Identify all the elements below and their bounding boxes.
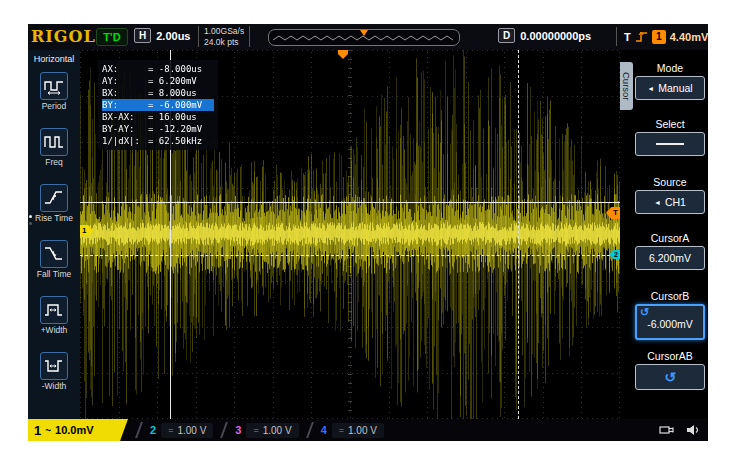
page-dot-inactive [29,222,32,225]
ac-coupling-icon: ~ [45,425,51,436]
readout-row: BX-AX:= 16.00us [102,111,214,123]
mode-button[interactable]: ◄ Manual [635,76,705,100]
channel-4-scale: 1.00 V [348,425,377,436]
measure-label: Period [28,102,80,111]
rotate-knob-icon: ↺ [664,369,676,385]
measure-label: +Width [28,326,80,335]
footer-icons [659,424,708,436]
rigol-logo: RIGOL [31,27,96,46]
top-status-bar: RIGOL T'D H 2.00us 1.00GSa/s 24.0k pts D… [28,24,708,50]
minus-width-icon [40,352,68,380]
cursor-b-label: CursorB [634,290,706,302]
trigger-status-badge: T'D [96,28,128,46]
speaker-icon[interactable] [686,424,700,436]
measure-item-period[interactable]: Period [28,72,80,111]
readout-row: BY-AY:= -12.20mV [102,123,214,135]
cursor-a-label: CursorA [634,232,706,244]
usb-icon [659,424,677,436]
measure-label: Freq [28,158,80,167]
select-button[interactable] [635,132,705,156]
select-label: Select [634,118,706,130]
cursor-ab-button[interactable]: ↺ [635,364,705,390]
cursor-b-horizontal-line[interactable] [80,255,620,256]
memory-depth: 24.0k pts [204,37,244,48]
rise-time-icon [40,184,68,212]
measure-item-pos-width[interactable]: +Width [28,296,80,335]
cursor-menu-tab: Cursor [620,62,633,110]
d-key: D [498,28,515,43]
source-button[interactable]: ◄ CH1 [635,190,705,214]
channel-4-number: 4 [321,424,327,436]
measure-item-fall-time[interactable]: Fall Time [28,240,80,279]
freq-icon [40,128,68,156]
delay-value: 0.00000000ps [520,30,591,42]
channel-3-scale-box: = 1.00 V [246,423,298,438]
cursor-a-value: 6.200mV [649,252,691,264]
period-icon [40,72,68,100]
left-panel-title: Horizontal [28,50,80,64]
measure-label: Fall Time [28,270,80,279]
channel-divider [306,422,314,438]
channel-divider [135,422,143,438]
rotate-knob-icon: ↺ [637,306,649,318]
dc-coupling-icon: = [253,425,258,435]
memory-trigger-marker-icon [360,30,368,36]
horizontal-scale-value: 2.00us [156,30,190,42]
trigger-level-value: 4.40mV [670,31,709,43]
channel-2-scale: 1.00 V [177,425,206,436]
cursor-a-horizontal-line[interactable] [80,202,620,203]
channel-3-status[interactable]: 3 = 1.00 V [235,423,298,438]
sample-rate: 1.00GSa/s [204,26,244,37]
page-dot-active [29,215,32,218]
arrow-left-icon: ◄ [654,199,661,206]
readout-row-selected: BY:= -6.000mV [102,99,214,111]
panel-page-dots [29,215,32,225]
horizontal-scale-group[interactable]: H 2.00us [134,28,190,43]
measure-item-freq[interactable]: Freq [28,128,80,167]
channel-1-status[interactable]: 1 ~ 10.0mV [28,419,128,441]
channel-2-status[interactable]: 2 = 1.00 V [150,423,213,438]
t-key: T [624,31,631,43]
waveform-display: AX:= -8.000us AY:= 6.200mV BX:= 8.000us … [80,50,620,419]
arrow-left-icon: ◄ [647,85,654,92]
cursor-readout-box: AX:= -8.000us AY:= 6.200mV BX:= 8.000us … [98,60,218,150]
trigger-source-badge: 1 [652,30,666,44]
source-label: Source [634,176,706,188]
cursor-b-button[interactable]: ↺ -6.000mV [635,304,705,340]
cursor-a-button[interactable]: 6.200mV [635,246,705,270]
oscilloscope-screen: RIGOL T'D H 2.00us 1.00GSa/s 24.0k pts D… [28,24,708,441]
horizontal-measure-panel: Horizontal Period Freq Rise Time [28,50,80,419]
channel-2-scale-box: = 1.00 V [161,423,213,438]
mode-label: Mode [634,62,706,74]
channel-status-bar: 1 ~ 10.0mV 2 = 1.00 V 3 = 1.00 V 4 = 1. [28,419,708,441]
cursor-ab-label: CursorAB [634,350,706,362]
channel-3-number: 3 [235,424,241,436]
memory-position-indicator[interactable] [268,29,460,46]
delay-group[interactable]: D 0.00000000ps [498,28,591,43]
fall-time-icon [40,240,68,268]
channel-1-number: 1 [34,423,41,438]
trigger-slope-icon [635,30,648,44]
dc-coupling-icon: = [339,425,344,435]
cursor-menu-panel: Cursor Mode ◄ Manual Select Source ◄ CH1… [620,50,708,419]
channel-divider [220,422,228,438]
channel-2-number: 2 [150,424,156,436]
channel-4-status[interactable]: 4 = 1.00 V [321,423,384,438]
channel-4-scale-box: = 1.00 V [332,423,384,438]
h-key: H [134,28,151,43]
plus-width-icon [40,296,68,324]
acquisition-info-box: 1.00GSa/s 24.0k pts [198,26,250,47]
cursor-b-vertical-line[interactable] [518,50,519,419]
select-line-icon [656,143,684,145]
trigger-info-group[interactable]: T 1 4.40mV [616,27,708,46]
measure-item-rise-time[interactable]: Rise Time [28,184,80,223]
measure-label: Rise Time [28,214,80,223]
source-value: CH1 [665,196,686,208]
readout-row: AX:= -8.000us [102,63,214,75]
readout-row: AY:= 6.200mV [102,75,214,87]
cursor-b-value: -6.000mV [647,318,693,330]
readout-row: 1/|dX|:= 62.50kHz [102,135,214,147]
dc-coupling-icon: = [168,425,173,435]
channel-3-scale: 1.00 V [263,425,292,436]
measure-item-neg-width[interactable]: -Width [28,352,80,391]
